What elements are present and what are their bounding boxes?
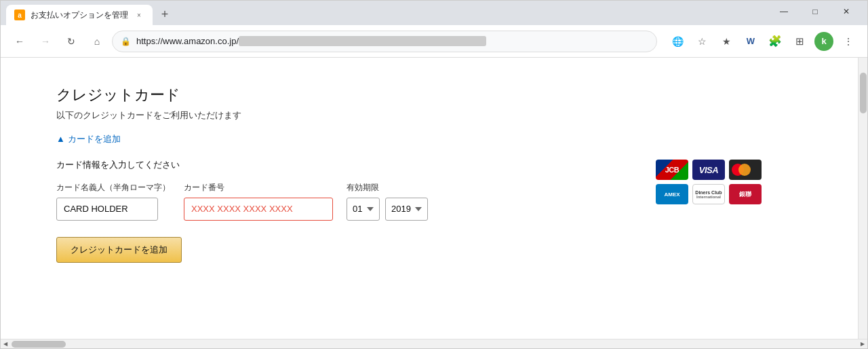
submit-button[interactable]: クレジットカードを追加: [56, 237, 182, 263]
maximize-button[interactable]: □: [800, 1, 831, 22]
card-logos-row-2: AMEX Diners Club International 銀聯: [656, 184, 762, 204]
add-card-link[interactable]: ▲ カードを追加: [56, 133, 121, 145]
window-controls: — □ ✕: [768, 1, 862, 22]
bottom-scrollbar[interactable]: ◀ ▶: [1, 339, 867, 348]
forward-button[interactable]: →: [35, 31, 56, 52]
cardholder-input[interactable]: [56, 198, 158, 221]
chevron-up-icon: ▲: [56, 134, 65, 144]
extension-icon[interactable]: 🧩: [764, 31, 786, 52]
cardholder-group: カード名義人（半角ローマ字）: [56, 182, 170, 221]
page-wrapper: JCB VISA: [56, 71, 802, 276]
cardholder-label: カード名義人（半角ローマ字）: [56, 182, 170, 194]
navigation-bar: ← → ↻ ⌂ 🔒 https://www.amazon.co.jp/ �: [1, 25, 867, 58]
tab-bar: a お支払いオプションを管理 × +: [6, 1, 174, 25]
expiry-group: 有効期限 01 02 03 04 05 06 07 08: [347, 182, 428, 221]
scrollbar-thumb[interactable]: [860, 73, 867, 113]
page-content: JCB VISA: [1, 58, 858, 339]
amex-logo: AMEX: [656, 184, 688, 204]
mastercard-logo: [729, 160, 762, 180]
active-tab[interactable]: a お支払いオプションを管理 ×: [6, 5, 153, 25]
title-bar: a お支払いオプションを管理 × + — □ ✕: [1, 1, 867, 25]
scroll-right-button[interactable]: ▶: [858, 339, 867, 349]
visa-logo: VISA: [692, 160, 725, 180]
bottom-scrollbar-thumb[interactable]: [12, 341, 66, 348]
bookmark-star-icon[interactable]: ★: [715, 31, 737, 52]
home-button[interactable]: ⌂: [86, 31, 108, 52]
new-tab-button[interactable]: +: [155, 5, 174, 24]
tab-title: お支払いオプションを管理: [31, 10, 128, 21]
star-icon[interactable]: ☆: [691, 31, 713, 52]
qr-icon[interactable]: ⊞: [789, 31, 810, 52]
address-bar[interactable]: 🔒 https://www.amazon.co.jp/: [112, 31, 657, 52]
card-number-label: カード番号: [184, 182, 333, 194]
card-logos: JCB VISA: [656, 160, 762, 204]
url-text: https://www.amazon.co.jp/: [136, 36, 648, 46]
word-icon[interactable]: W: [740, 31, 762, 52]
close-button[interactable]: ✕: [831, 1, 862, 22]
expiry-year-select[interactable]: 2019 2020 2021 2022 2023 2024 2025 2026 …: [385, 198, 428, 221]
jcb-logo: JCB: [656, 160, 688, 180]
reload-button[interactable]: ↻: [60, 31, 82, 52]
nav-icons: 🌐 ☆ ★ W 🧩 ⊞ k ⋮: [667, 31, 859, 52]
lock-icon: 🔒: [121, 37, 131, 46]
add-card-label: カードを追加: [68, 133, 121, 145]
scrollbar-track[interactable]: [858, 58, 867, 339]
tab-close-button[interactable]: ×: [134, 10, 144, 20]
card-number-group: カード番号: [184, 182, 333, 221]
scroll-left-button[interactable]: ◀: [1, 339, 10, 349]
diners-logo: Diners Club International: [692, 184, 725, 204]
expiry-month-select[interactable]: 01 02 03 04 05 06 07 08 09 10 11: [347, 198, 380, 221]
card-logos-row-1: JCB VISA: [656, 160, 762, 180]
browser-body: JCB VISA: [1, 58, 867, 339]
back-button[interactable]: ←: [9, 31, 31, 52]
profile-icon[interactable]: k: [813, 31, 835, 52]
browser-window: a お支払いオプションを管理 × + — □ ✕ ← → ↻ ⌂ 🔒 https…: [0, 0, 868, 349]
user-avatar: k: [814, 32, 833, 51]
section-subtitle: 以下のクレジットカードをご利用いただけます: [56, 109, 802, 122]
expiry-selects: 01 02 03 04 05 06 07 08 09 10 11: [347, 198, 428, 221]
section-title: クレジットカード: [56, 85, 802, 105]
unionpay-logo: 銀聯: [729, 184, 762, 204]
translate-icon[interactable]: 🌐: [667, 31, 688, 52]
card-number-input[interactable]: [184, 198, 333, 221]
menu-button[interactable]: ⋮: [837, 31, 859, 52]
minimize-button[interactable]: —: [768, 1, 800, 22]
tab-favicon: a: [14, 10, 25, 20]
expiry-label: 有効期限: [347, 182, 428, 194]
